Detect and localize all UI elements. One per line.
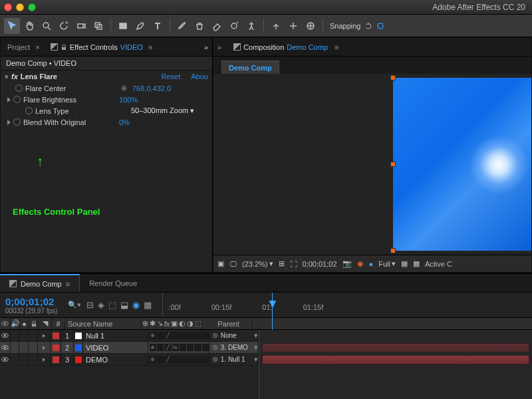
layer-row[interactable]: 1Null 1⊕╱⊚None▾ <box>0 330 259 342</box>
transform-handle[interactable] <box>390 162 396 167</box>
prop-flare-brightness[interactable]: Flare Brightness 100% <box>1 94 212 105</box>
clone-stamp-tool[interactable] <box>192 18 207 34</box>
resolution-icon[interactable]: ⊞ <box>279 259 285 268</box>
minimize-window-button[interactable] <box>16 3 24 11</box>
zoom-dropdown[interactable]: (23.2%) ▾ <box>242 259 273 268</box>
layer-name[interactable]: VIDEO <box>83 342 148 353</box>
lens-flare-preview <box>469 135 529 195</box>
comp-subtab[interactable]: Demo Comp <box>221 61 279 74</box>
puppet-pin-tool[interactable] <box>243 18 259 34</box>
view-icon[interactable]: ▩ <box>413 259 420 268</box>
svg-point-5 <box>231 23 237 29</box>
composition-viewer[interactable] <box>213 74 531 255</box>
close-icon[interactable]: × <box>35 43 39 51</box>
timeline-tab-comp[interactable]: Demo Comp ≡ <box>0 274 80 292</box>
graph-editor-icon[interactable]: ▦ <box>144 300 152 310</box>
expand-toggle[interactable] <box>38 330 51 341</box>
viewer-timecode[interactable]: 0;00;01;02 <box>303 260 337 268</box>
composition-tab[interactable]: Composition Demo Comp ≡ <box>231 38 341 56</box>
timeline-tracks[interactable] <box>259 330 532 399</box>
eraser-tool[interactable] <box>209 18 225 34</box>
project-tab[interactable]: Project× <box>5 38 43 56</box>
lock-icon[interactable] <box>61 44 67 51</box>
reset-link[interactable]: Reset <box>162 72 181 80</box>
effect-controls-tab[interactable]: Effect Controls VIDEO ≡ <box>48 38 156 56</box>
layer-bar[interactable] <box>262 355 529 364</box>
prop-blend-original[interactable]: Blend With Original 0% <box>1 116 212 128</box>
layer-number: 1 <box>61 330 74 341</box>
axis-view-icon[interactable] <box>303 18 319 34</box>
layer-number: 2 <box>61 342 74 353</box>
composition-canvas[interactable] <box>393 78 531 251</box>
frame-blend-icon[interactable]: ⬓ <box>120 300 128 310</box>
text-tool[interactable] <box>150 18 166 34</box>
parent-dropdown[interactable]: ⊚None▾ <box>209 330 259 341</box>
composition-panel: » Composition Demo Comp ≡ Demo Comp ▣ 🖵 … <box>213 37 532 273</box>
stopwatch-icon[interactable] <box>25 107 33 114</box>
timeline-tab-render-queue[interactable]: Render Queue <box>80 274 146 292</box>
layer-bar[interactable] <box>262 343 529 352</box>
layer-row[interactable]: 3DEMO⊕╱⊚1. Null 1▾ <box>0 354 259 366</box>
breadcrumb: Demo Comp • VIDEO <box>1 57 212 70</box>
effect-header[interactable]: ▾ fx Lens Flare Reset Abou <box>1 70 212 82</box>
axis-world-icon[interactable] <box>285 18 301 34</box>
layer-row[interactable]: 2VIDEO⊕╱fx⊚3. DEMO▾ <box>0 342 259 354</box>
layer-name[interactable]: Null 1 <box>83 330 148 341</box>
draft-3d-icon[interactable]: ◈ <box>98 300 104 310</box>
pen-tool[interactable] <box>132 18 148 34</box>
layer-list: 1Null 1⊕╱⊚None▾2VIDEO⊕╱fx⊚3. DEMO▾3DEMO⊕… <box>0 330 259 399</box>
view-dropdown[interactable]: Active C <box>425 260 452 268</box>
snapshot-icon[interactable]: 📷 <box>342 259 352 268</box>
expand-toggle[interactable] <box>38 342 51 353</box>
prop-flare-center[interactable]: Flare Center ⊕ 768.0,432.0 <box>1 82 212 94</box>
maximize-window-button[interactable] <box>28 3 36 11</box>
parent-dropdown[interactable]: ⊚1. Null 1▾ <box>209 354 259 365</box>
shy-icon[interactable]: ⬚ <box>108 300 116 310</box>
monitor-icon[interactable]: ▣ <box>217 259 224 268</box>
search-input[interactable]: 🔍▾ <box>68 301 81 309</box>
rectangle-tool[interactable] <box>115 18 131 34</box>
brush-tool[interactable] <box>174 18 190 34</box>
overflow-icon[interactable]: » <box>217 43 221 51</box>
visibility-toggle[interactable] <box>0 342 11 353</box>
axis-local-icon[interactable] <box>268 18 284 34</box>
close-window-button[interactable] <box>4 3 12 11</box>
stopwatch-icon[interactable] <box>13 96 21 103</box>
layer-switches[interactable]: ⊕╱fx <box>148 342 209 353</box>
expand-toggle[interactable] <box>38 354 51 365</box>
resolution-dropdown[interactable]: Full ▾ <box>378 259 396 268</box>
prop-lens-type[interactable]: Lens Type 50–300mm Zoom ▾ <box>1 105 212 116</box>
stopwatch-icon[interactable] <box>15 84 23 92</box>
display-icon[interactable]: 🖵 <box>229 260 237 268</box>
stopwatch-icon[interactable] <box>13 118 21 126</box>
transform-handle[interactable] <box>390 248 396 253</box>
selection-tool[interactable] <box>4 18 20 34</box>
zoom-tool[interactable] <box>39 18 55 34</box>
snapping-toggle[interactable]: Snapping <box>330 21 385 31</box>
grid-icon[interactable]: ⛶ <box>290 260 297 268</box>
layer-number: 3 <box>61 354 74 365</box>
layer-switches[interactable]: ⊕╱ <box>148 354 209 365</box>
comp-mini-icon[interactable]: ⊟ <box>86 300 94 310</box>
pan-behind-tool[interactable] <box>90 18 106 34</box>
layer-name[interactable]: DEMO <box>83 354 148 365</box>
roto-brush-tool[interactable] <box>226 18 242 34</box>
transform-handle[interactable] <box>390 75 396 80</box>
about-link[interactable]: Abou <box>191 72 208 80</box>
svg-point-13 <box>4 334 6 336</box>
parent-dropdown[interactable]: ⊚3. DEMO▾ <box>209 342 259 353</box>
visibility-toggle[interactable] <box>0 330 11 341</box>
view-icon[interactable]: ▦ <box>401 259 408 268</box>
hand-tool[interactable] <box>21 18 37 34</box>
motion-blur-icon[interactable]: ◉ <box>132 300 140 310</box>
channel-icon[interactable]: ◉ <box>357 259 364 268</box>
rotation-tool[interactable] <box>56 18 72 34</box>
camera-tool[interactable] <box>73 18 89 34</box>
effect-controls-panel: Project× Effect Controls VIDEO ≡ » Demo … <box>0 37 213 273</box>
visibility-toggle[interactable] <box>0 354 11 365</box>
layer-switches[interactable]: ⊕╱ <box>148 330 209 341</box>
time-ruler[interactable]: :00f 00:15f 01: 01:15f <box>162 293 527 317</box>
overflow-icon[interactable]: » <box>204 43 208 51</box>
main-toolbar: Snapping <box>0 15 532 37</box>
current-time[interactable]: 0;00;01;02 00032 (29.97 fps) <box>5 296 57 315</box>
